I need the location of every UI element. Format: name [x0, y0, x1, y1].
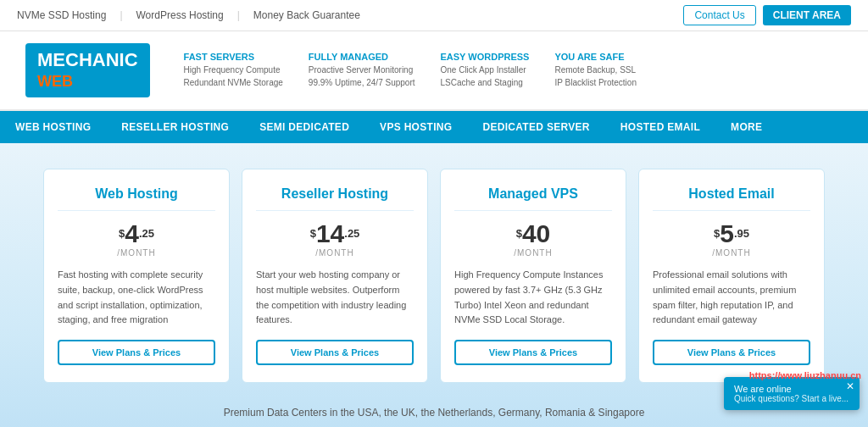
- feature-title-0: FAST SERVERS: [184, 52, 283, 62]
- dollar-vps: $: [516, 227, 522, 240]
- pricing-card-vps: Managed VPS $40 /MONTH High Frequency Co…: [440, 169, 626, 382]
- price-box-email: $5.95 /MONTH: [653, 219, 810, 258]
- btn-view-web[interactable]: View Plans & Prices: [58, 340, 215, 365]
- contact-button[interactable]: Contact Us: [683, 5, 755, 25]
- logo-line2: web: [37, 73, 73, 90]
- card-title-email: Hosted Email: [653, 186, 810, 211]
- month-web: /MONTH: [58, 248, 215, 258]
- header-feature-3: YOU ARE SAFE Remote Backup, SSL IP Black…: [554, 52, 637, 89]
- top-bar: NVMe SSD Hosting WordPress Hosting Money…: [0, 0, 868, 31]
- desc-vps: High Frequency Compute Instances powered…: [454, 268, 612, 327]
- topbar-link-wp[interactable]: WordPress Hosting: [136, 9, 240, 21]
- main-nav: WEB HOSTING RESELLER HOSTING SEMI DEDICA…: [0, 111, 868, 143]
- amount-reseller: 14: [316, 219, 344, 247]
- pricing-card-web: Web Hosting $4.25 /MONTH Fast hosting wi…: [43, 169, 230, 382]
- feature-line2-0: One Click App Installer: [441, 64, 530, 76]
- logo-line1: MECHANIC: [37, 49, 138, 70]
- topbar-link-nvme[interactable]: NVMe SSD Hosting: [17, 9, 123, 21]
- topbar-link-money[interactable]: Money Back Guarantee: [253, 9, 360, 21]
- pricing-card-reseller: Reseller Hosting $14.25 /MONTH Start you…: [242, 169, 428, 382]
- top-bar-links: NVMe SSD Hosting WordPress Hosting Money…: [17, 9, 360, 21]
- desc-email: Professional email solutions with unlimi…: [653, 268, 810, 327]
- feature-line0-1: Redundant NVMe Storage: [184, 76, 283, 89]
- desc-web: Fast hosting with complete security suit…: [58, 268, 215, 327]
- header-features: FAST SERVERS High Frequency Compute Redu…: [184, 52, 843, 89]
- cents-web: .25: [139, 227, 154, 240]
- header-feature-0: FAST SERVERS High Frequency Compute Redu…: [184, 52, 283, 89]
- feature-line3-1: IP Blacklist Protection: [554, 76, 637, 89]
- amount-web: 4: [125, 219, 139, 247]
- feature-line2-1: LSCache and Staging: [441, 76, 530, 89]
- pricing-row: Web Hosting $4.25 /MONTH Fast hosting wi…: [17, 169, 851, 382]
- client-area-button[interactable]: CLIENT AREA: [763, 5, 851, 25]
- amount-email: 5: [720, 219, 734, 247]
- card-title-reseller: Reseller Hosting: [256, 186, 414, 211]
- price-box-vps: $40 /MONTH: [454, 219, 612, 258]
- logo: MECHANIC web: [25, 43, 150, 97]
- nav-semi-dedicated[interactable]: SEMI DEDICATED: [244, 111, 364, 143]
- feature-title-1: FULLY MANAGED: [309, 52, 415, 62]
- pricing-card-email: Hosted Email $5.95 /MONTH Professional e…: [638, 169, 825, 382]
- cents-reseller: .25: [344, 227, 359, 240]
- chat-close-icon[interactable]: ✕: [846, 380, 854, 392]
- nav-more[interactable]: MORE: [715, 111, 777, 143]
- nav-web-hosting[interactable]: WEB HOSTING: [0, 111, 106, 143]
- dollar-reseller: $: [310, 227, 316, 240]
- card-title-web: Web Hosting: [58, 186, 215, 211]
- btn-view-reseller[interactable]: View Plans & Prices: [256, 340, 414, 365]
- btn-view-email[interactable]: View Plans & Prices: [653, 340, 810, 365]
- month-reseller: /MONTH: [256, 248, 414, 258]
- nav-vps-hosting[interactable]: VPS HOSTING: [364, 111, 467, 143]
- desc-reseller: Start your web hosting company or host m…: [256, 268, 414, 327]
- amount-vps: 40: [522, 219, 550, 247]
- cents-email: .95: [734, 227, 749, 240]
- card-title-vps: Managed VPS: [454, 186, 612, 211]
- nav-reseller-hosting[interactable]: RESELLER HOSTING: [106, 111, 244, 143]
- chat-prompt[interactable]: Quick questions? Start a live...: [734, 394, 849, 403]
- chat-online-label: We are online: [734, 384, 849, 394]
- chat-widget: ✕ We are online Quick questions? Start a…: [724, 377, 860, 410]
- nav-dedicated-server[interactable]: DEDICATED SERVER: [467, 111, 604, 143]
- feature-line0-0: High Frequency Compute: [184, 64, 283, 76]
- price-box-web: $4.25 /MONTH: [58, 219, 215, 258]
- feature-title-2: EASY WORDPRESS: [441, 52, 530, 62]
- top-bar-buttons: Contact Us CLIENT AREA: [683, 5, 851, 25]
- header: MECHANIC web FAST SERVERS High Frequency…: [0, 31, 868, 111]
- month-vps: /MONTH: [454, 248, 612, 258]
- header-feature-1: FULLY MANAGED Proactive Server Monitorin…: [309, 52, 415, 89]
- feature-line1-0: Proactive Server Monitoring: [309, 64, 415, 76]
- nav-hosted-email[interactable]: HOSTED EMAIL: [605, 111, 715, 143]
- month-email: /MONTH: [653, 248, 810, 258]
- header-feature-2: EASY WORDPRESS One Click App Installer L…: [441, 52, 530, 89]
- feature-line3-0: Remote Backup, SSL: [554, 64, 637, 76]
- feature-line1-1: 99.9% Uptime, 24/7 Support: [309, 76, 415, 89]
- btn-view-vps[interactable]: View Plans & Prices: [454, 340, 612, 365]
- watermark: https://www.liuzhanuu.cn: [749, 370, 861, 380]
- price-box-reseller: $14.25 /MONTH: [256, 219, 414, 258]
- feature-title-3: YOU ARE SAFE: [554, 52, 637, 62]
